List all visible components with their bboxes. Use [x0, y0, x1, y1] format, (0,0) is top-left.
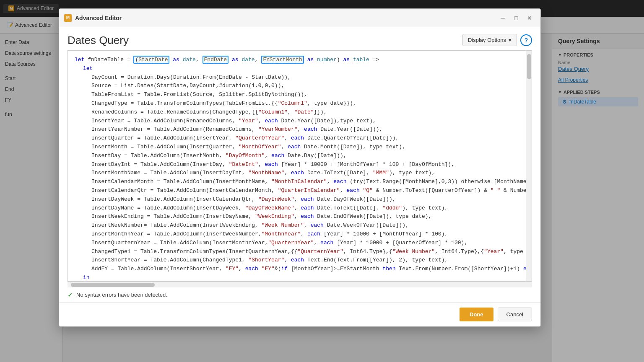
code-line-21: InsertMonthnYear = Table.AddColumn(Inser… [75, 230, 519, 239]
cancel-button[interactable]: Cancel [498, 308, 532, 321]
code-line-2: let [75, 65, 519, 73]
dialog-minimize-btn[interactable]: ─ [497, 12, 509, 24]
code-line-24: InsertShortYear = Table.AddColumn(Change… [75, 256, 519, 265]
code-line-17: InsertDayWeek = Table.AddColumn(InsertCa… [75, 195, 519, 204]
display-options-area: Display Options ▾ ? [462, 34, 532, 46]
advanced-editor-dialog: M Advanced Editor ─ □ ✕ Dates Query Disp… [59, 8, 541, 327]
dialog-title-text: Advanced Editor [75, 15, 122, 21]
param-enddate-box: EndDate [203, 56, 229, 64]
code-vertical-scrollbar[interactable] [526, 51, 532, 281]
code-line-16: InsertCalendarQtr = Table.AddColumn(Inse… [75, 186, 519, 195]
dialog-title-icon: M [64, 14, 72, 22]
code-scroll-area[interactable]: let fnDateTable = (StartDate as date, En… [68, 51, 526, 281]
status-text: No syntax errors have been detected. [76, 292, 167, 298]
display-options-dropdown-icon: ▾ [509, 37, 512, 43]
code-line-19: InsertWeekEnding = Table.AddColumn(Inser… [75, 212, 519, 221]
code-line-26: in [75, 274, 519, 281]
dialog-maximize-btn[interactable]: □ [510, 12, 522, 24]
code-line-14: InsertMonthName = Table.AddColumn(Insert… [75, 169, 519, 178]
code-line-7: RenamedColumns = Table.RenameColumns(Cha… [75, 108, 519, 117]
code-line-15: InsertCalendarMonth = Table.AddColumn(In… [75, 178, 519, 186]
code-line-25: AddFY = Table.AddColumn(InsertShortYear,… [75, 265, 519, 274]
code-line-1: let fnDateTable = (StartDate as date, En… [75, 56, 519, 65]
code-line-10: InsertQuarter = Table.AddColumn(InsertYe… [75, 134, 519, 143]
param-fystartmonth-box: FYStartMonth [261, 56, 304, 64]
h-scrollbar-thumb[interactable] [71, 283, 155, 287]
display-options-btn[interactable]: Display Options ▾ [462, 34, 517, 46]
code-line-22: InsertQuarternYear = Table.AddColumn(Ins… [75, 239, 519, 248]
done-button[interactable]: Done [460, 308, 493, 321]
code-line-3: DayCount = Duration.Days(Duration.From(E… [75, 73, 519, 82]
code-line-9: InsertYearNumber = Table.AddColumn(Renam… [75, 125, 519, 134]
dialog-titlebar: M Advanced Editor ─ □ ✕ [59, 9, 540, 27]
code-horizontal-scrollbar[interactable] [68, 282, 532, 287]
param-startdate-box: (StartDate [133, 56, 169, 64]
code-line-20: InsertWeekNumber= Table.AddColumn(Insert… [75, 221, 519, 230]
dialog-footer: Done Cancel [59, 302, 540, 326]
code-scrollbar-thumb[interactable] [527, 54, 531, 79]
query-title: Dates Query [68, 34, 129, 47]
help-btn[interactable]: ? [520, 34, 532, 46]
code-line-13: InsertDayInt = Table.AddColumn(InsertDay… [75, 160, 519, 169]
dialog-header: Dates Query Display Options ▾ ? [59, 27, 540, 50]
code-line-11: InsertMonth = Table.AddColumn(InsertQuar… [75, 143, 519, 152]
code-line-18: InsertDayName = Table.AddColumn(InsertDa… [75, 204, 519, 213]
display-options-label: Display Options [468, 37, 506, 43]
dialog-controls: ─ □ ✕ [497, 12, 535, 24]
dialog-title-left: M Advanced Editor [64, 14, 122, 22]
code-editor[interactable]: let fnDateTable = (StartDate as date, En… [68, 50, 532, 282]
code-line-5: TableFromList = Table.FromList(Source, S… [75, 90, 519, 99]
code-line-4: Source = List.Dates(StartDate,DayCount,#… [75, 82, 519, 90]
code-line-8: InsertYear = Table.AddColumn(RenamedColu… [75, 117, 519, 126]
status-bar: ✓ No syntax errors have been detected. [59, 287, 540, 302]
status-check-icon: ✓ [68, 291, 73, 299]
code-line-23: ChangedType1 = Table.TransformColumnType… [75, 248, 519, 256]
dialog-close-btn[interactable]: ✕ [524, 12, 535, 24]
code-line-12: InsertDay = Table.AddColumn(InsertMonth,… [75, 152, 519, 160]
modal-overlay: M Advanced Editor ─ □ ✕ Dates Query Disp… [0, 0, 644, 362]
code-line-6: ChangedType = Table.TransformColumnTypes… [75, 99, 519, 108]
